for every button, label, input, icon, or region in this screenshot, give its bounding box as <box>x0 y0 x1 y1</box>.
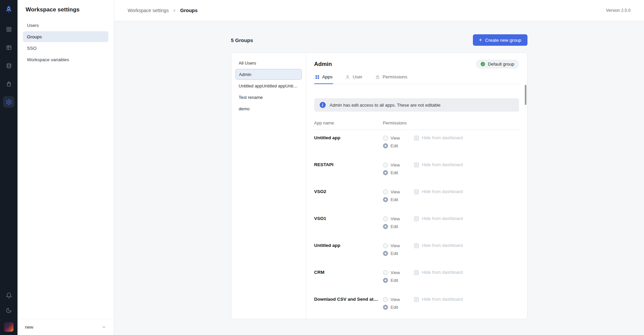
table-row: Downlaod CSV and Send attac... View Edit… <box>314 291 519 318</box>
datasources-icon[interactable] <box>3 60 14 71</box>
lock-icon <box>375 75 380 79</box>
edit-option: Edit <box>383 143 414 148</box>
tab-label: Permissions <box>383 74 408 79</box>
edit-label: Edit <box>391 197 398 202</box>
user-icon <box>345 75 350 79</box>
group-item-all-users[interactable]: All Users <box>235 58 302 68</box>
view-label: View <box>391 270 400 275</box>
edit-label: Edit <box>391 278 398 283</box>
view-label: View <box>391 243 400 248</box>
workspace-name: new <box>25 325 33 330</box>
create-button-label: Create new group <box>485 38 521 43</box>
sidebar-item-users[interactable]: Users <box>23 20 108 31</box>
group-item-test-rename[interactable]: Test rename <box>235 92 302 103</box>
workspace-switcher[interactable]: new <box>18 319 114 335</box>
view-label: View <box>391 297 400 302</box>
view-option: View <box>383 243 414 248</box>
hide-label: Hide from dashboard <box>422 270 463 275</box>
green-check-icon <box>481 62 485 66</box>
checkbox-unchecked-icon <box>414 136 419 141</box>
group-item-untitled-appuntitled-appuntitl[interactable]: Untitled appUntitled appUntitle... <box>235 80 302 91</box>
sidebar-item-workspace-variables[interactable]: Workspace variables <box>23 54 108 65</box>
sidebar-item-label: Groups <box>27 34 42 39</box>
app-logo-icon[interactable] <box>4 5 13 14</box>
edit-label: Edit <box>391 251 398 256</box>
user-avatar[interactable] <box>4 322 13 332</box>
checkbox-unchecked-icon <box>414 216 419 221</box>
app-name: Untitled app <box>314 243 383 264</box>
radio-selected-icon <box>383 305 388 310</box>
app-name: Downlaod CSV and Send attac... <box>314 297 383 318</box>
breadcrumb-root[interactable]: Workspace settings <box>128 8 169 13</box>
group-item-label: Test rename <box>239 95 263 100</box>
edit-label: Edit <box>391 305 398 310</box>
checkbox-unchecked-icon <box>414 162 419 168</box>
view-option: View <box>383 270 414 275</box>
default-group-badge: Default group <box>476 60 519 69</box>
radio-selected-icon <box>383 170 388 175</box>
view-label: View <box>391 216 400 221</box>
table-row: Untitled app View Edit Hide from dashboa… <box>314 130 519 157</box>
workspace-settings-icon[interactable] <box>3 96 14 108</box>
app-name: VSO2 <box>314 189 383 211</box>
group-title: Admin <box>314 61 332 68</box>
tab-user[interactable]: User <box>345 71 363 84</box>
hide-from-dashboard-option: Hide from dashboard <box>414 243 519 264</box>
radio-unselected-icon <box>383 136 388 141</box>
group-item-demo[interactable]: demo <box>235 103 302 114</box>
column-header-permissions: Permissions <box>383 120 414 125</box>
scrollbar-thumb[interactable] <box>525 85 526 105</box>
edit-option: Edit <box>383 277 414 283</box>
table-row: RESTAPI View Edit Hide from dashboard <box>314 157 519 184</box>
group-item-label: demo <box>239 106 250 111</box>
group-item-admin[interactable]: Admin <box>235 69 302 80</box>
table-row: VSO1 View Edit Hide from dashboard <box>314 211 519 237</box>
tab-apps[interactable]: Apps <box>314 71 333 84</box>
radio-unselected-icon <box>383 189 388 194</box>
view-option: View <box>383 162 414 168</box>
sidebar-item-groups[interactable]: Groups <box>23 31 108 42</box>
table-header: App name Permissions <box>314 120 519 130</box>
main-area: Workspace settings Groups Version 2.5.0 … <box>114 0 644 335</box>
radio-selected-icon <box>383 224 388 229</box>
app-name: VSO1 <box>314 216 383 237</box>
info-banner-text: Admin has edit access to all apps. These… <box>330 103 441 108</box>
sidebar-title: Workspace settings <box>18 0 114 17</box>
view-option: View <box>383 135 414 141</box>
breadcrumb-current: Groups <box>180 8 198 13</box>
hide-label: Hide from dashboard <box>422 243 463 248</box>
tab-permissions[interactable]: Permissions <box>375 71 408 84</box>
chevron-down-icon <box>101 325 106 330</box>
table-row: CRM View Edit Hide from dashboard <box>314 264 519 291</box>
tab-label: Apps <box>322 74 333 79</box>
tables-icon[interactable] <box>3 42 14 53</box>
settings-sidebar: Workspace settings Users Groups SSO Work… <box>18 0 114 335</box>
group-detail-pane: Admin Default group <box>306 53 527 319</box>
edit-label: Edit <box>391 143 398 148</box>
edit-option: Edit <box>383 251 414 256</box>
notifications-bell-icon[interactable] <box>6 292 12 299</box>
groups-card: All Users Admin Untitled appUntitled app… <box>231 52 527 319</box>
dark-mode-moon-icon[interactable] <box>6 307 12 313</box>
create-new-group-button[interactable]: + Create new group <box>473 34 527 46</box>
checkbox-unchecked-icon <box>414 243 419 248</box>
column-header-app-name: App name <box>314 120 383 125</box>
sidebar-menu: Users Groups SSO Workspace variables <box>18 17 114 65</box>
content-area: 5 Groups + Create new group All Users Ad… <box>114 21 644 335</box>
apps-icon[interactable] <box>3 24 14 35</box>
edit-option: Edit <box>383 170 414 175</box>
sidebar-item-label: SSO <box>27 46 37 51</box>
edit-label: Edit <box>391 224 398 229</box>
radio-unselected-icon <box>383 270 388 275</box>
view-label: View <box>391 136 400 141</box>
radio-unselected-icon <box>383 162 388 168</box>
view-option: View <box>383 216 414 221</box>
apps-grid-icon <box>315 75 320 79</box>
groups-count: 5 Groups <box>231 37 253 43</box>
hide-label: Hide from dashboard <box>422 135 463 140</box>
hide-label: Hide from dashboard <box>422 189 463 194</box>
sidebar-item-sso[interactable]: SSO <box>23 43 108 53</box>
radio-unselected-icon <box>383 216 388 221</box>
marketplace-icon[interactable] <box>3 78 14 89</box>
version-label: Version 2.5.0 <box>606 8 631 13</box>
